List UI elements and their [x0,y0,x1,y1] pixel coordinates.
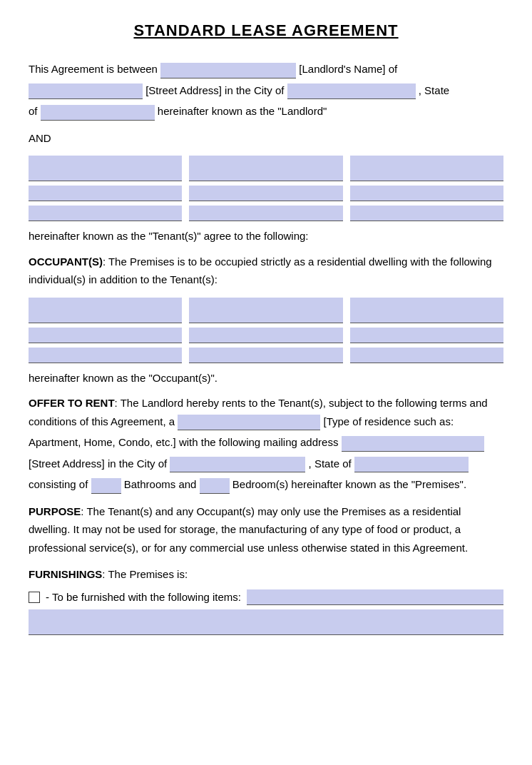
offer-heading: OFFER TO RENT [29,397,115,409]
occupant1-field-1[interactable] [29,298,182,323]
tenant2-field-3[interactable] [189,206,342,221]
furnishings-text: : The Premises is: [102,568,188,580]
bathrooms-count-field[interactable] [91,478,121,494]
street-address-field[interactable] [29,83,143,99]
state-label-1: , State [419,84,449,96]
occupant-col-3 [350,298,503,363]
tenant-col-2 [189,156,342,221]
purpose-text: : The Tenant(s) and any Occupant(s) may … [29,505,468,554]
mailing-address-field[interactable] [342,436,484,452]
purpose-heading: PURPOSE [29,505,81,517]
furnish-checkbox-row: - To be furnished with the following ite… [29,589,503,605]
occupants-note: hereinafter known as the "Occupant(s)". [29,369,503,387]
offer-text4: , State of [309,457,354,470]
page-title: STANDARD LEASE AGREEMENT [29,21,503,40]
residence-type-field[interactable] [178,415,320,430]
furnishings-heading: FURNISHINGS [29,568,102,580]
of-label: of [29,105,41,117]
city1-field[interactable] [287,83,416,99]
occupant2-field-1[interactable] [189,298,342,323]
offer-text3: [Street Address] in the City of [29,457,170,470]
tenant3-field-3[interactable] [350,206,503,221]
occupant2-field-3[interactable] [189,348,342,363]
purpose-section: PURPOSE: The Tenant(s) and any Occupant(… [29,502,503,557]
occupant1-field-2[interactable] [29,328,182,343]
street-address-label: [Street Address] in the City of [145,84,287,96]
furnish-items-field[interactable] [247,589,503,605]
state2-field[interactable] [354,457,469,472]
intro-section: This Agreement is between [Landlord's Na… [29,60,503,121]
occupant-col-2 [189,298,342,363]
city2-field[interactable] [170,457,305,472]
tenant1-field-2[interactable] [29,186,182,201]
occupant3-field-3[interactable] [350,348,503,363]
and-label: AND [29,129,503,148]
furnish-items-block[interactable] [29,609,503,635]
tenant3-field-1[interactable] [350,156,503,181]
state1-field[interactable] [41,105,155,121]
occupant2-field-2[interactable] [189,328,342,343]
furnish-checkbox-label: - To be furnished with the following ite… [46,591,241,603]
occupants-heading: OCCUPANT(S) [29,255,103,268]
tenant1-field-3[interactable] [29,206,182,221]
offer-text5: consisting of [29,478,91,490]
tenant-col-1 [29,156,182,221]
furnish-checkbox[interactable] [29,592,40,603]
furnishings-section: FURNISHINGS: The Premises is: - To be fu… [29,565,503,635]
offer-text2-pre: [Type of residence such as: [323,415,454,427]
intro-line1-pre: This Agreement is between [29,63,158,75]
tenant3-field-2[interactable] [350,186,503,201]
occupants-section: OCCUPANT(S): The Premises is to be occup… [29,253,503,289]
tenant2-field-1[interactable] [189,156,342,181]
offer-text6: Bathrooms and [124,478,200,490]
occupants-grid [29,298,503,363]
offer-text7: Bedroom(s) hereinafter known as the "Pre… [232,478,466,490]
landlord-name-field[interactable] [160,63,296,78]
occupant3-field-2[interactable] [350,328,503,343]
offer-text2-post: Apartment, Home, Condo, etc.] with the f… [29,436,342,448]
offer-to-rent-section: OFFER TO RENT: The Landlord hereby rents… [29,394,503,494]
tenant1-field-1[interactable] [29,156,182,181]
bedrooms-count-field[interactable] [200,478,230,494]
occupant3-field-1[interactable] [350,298,503,323]
intro-line1-post: [Landlord's Name] of [299,63,397,75]
tenants-grid [29,156,503,221]
landlord-known-label: hereinafter known as the "Landlord" [158,105,327,117]
tenants-note: hereinafter known as the "Tenant(s)" agr… [29,227,503,245]
tenant-col-3 [350,156,503,221]
and-section: AND [29,129,503,148]
occupant-col-1 [29,298,182,363]
occupant1-field-3[interactable] [29,348,182,363]
tenant2-field-2[interactable] [189,186,342,201]
